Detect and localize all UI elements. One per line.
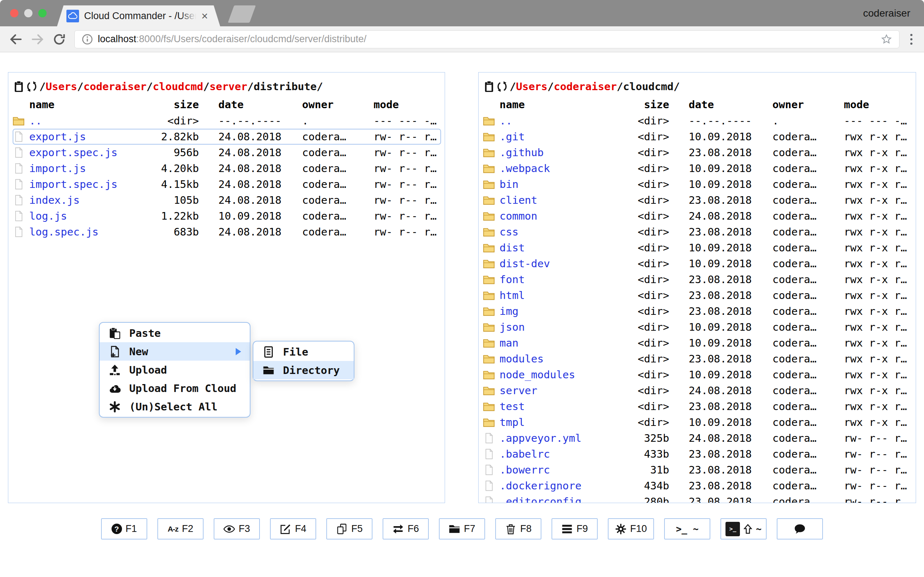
file-name-link[interactable]: export.spec.js — [29, 147, 137, 159]
menu-item-directory[interactable]: Directory — [254, 361, 354, 379]
file-row[interactable]: common<dir>24.08.2018codera…rwx r-x r… — [483, 208, 912, 224]
file-row[interactable]: client<dir>23.08.2018codera…rwx r-x r… — [483, 192, 912, 208]
file-name-link[interactable]: .editorconfig — [499, 495, 608, 503]
new-tab-button[interactable] — [228, 5, 255, 23]
file-row[interactable]: modules<dir>23.08.2018codera…rwx r-x r… — [483, 351, 912, 367]
url-text[interactable]: localhost:8000/fs/Users/coderaiser/cloud… — [98, 34, 876, 45]
file-row[interactable]: log.spec.js683b24.08.2018codera…rw- r-- … — [13, 224, 441, 240]
fkey-terminal-shift[interactable]: >_~ — [720, 518, 767, 540]
file-name-link[interactable]: .appveyor.yml — [499, 432, 608, 444]
path-segment-link[interactable]: Users — [516, 81, 547, 93]
menu-item-upload-from-cloud[interactable]: Upload From Cloud — [100, 379, 250, 397]
fkey-f2[interactable]: A-zF2 — [157, 518, 204, 540]
menu-item-paste[interactable]: Paste — [100, 324, 250, 342]
file-row[interactable]: bin<dir>10.09.2018codera…rwx r-x r… — [483, 176, 912, 192]
fkey-f8[interactable]: F8 — [495, 518, 541, 540]
address-bar[interactable]: localhost:8000/fs/Users/coderaiser/cloud… — [74, 30, 900, 48]
file-name-link[interactable]: test — [499, 400, 608, 413]
file-name-link[interactable]: import.spec.js — [29, 178, 137, 190]
fkey-f3[interactable]: F3 — [214, 518, 260, 540]
file-name-link[interactable]: server — [499, 384, 608, 397]
page-info-icon[interactable] — [82, 34, 93, 45]
file-name-link[interactable]: dist-dev — [499, 258, 608, 270]
file-row[interactable]: index.js105b24.08.2018codera…rw- r-- r… — [13, 192, 441, 208]
file-name-link[interactable]: img — [499, 305, 608, 318]
file-name-link[interactable]: css — [499, 226, 608, 238]
fkey-f9[interactable]: F9 — [551, 518, 598, 540]
column-header-size[interactable]: size — [137, 98, 199, 111]
file-row[interactable]: json<dir>10.09.2018codera…rwx r-x r… — [483, 319, 912, 335]
file-row[interactable]: .dockerignore434b23.08.2018codera…rw- r-… — [483, 478, 912, 494]
file-row[interactable]: man<dir>10.09.2018codera…rwx r-x r… — [483, 335, 912, 351]
file-name-link[interactable]: html — [499, 289, 608, 301]
file-name-link[interactable]: log.spec.js — [29, 226, 137, 238]
path-segment-link[interactable]: server — [209, 81, 247, 93]
file-row[interactable]: ..<dir>--.--.----.--- --- -… — [13, 113, 441, 129]
path-segment-link[interactable]: cloudcmd — [153, 81, 203, 93]
file-row[interactable]: server<dir>24.08.2018codera…rwx r-x r… — [483, 383, 912, 398]
menu-item-un-select-all[interactable]: (Un)Select All — [100, 397, 250, 416]
file-row[interactable]: test<dir>23.08.2018codera…rwx r-x r… — [483, 398, 912, 414]
fkey-f7[interactable]: F7 — [439, 518, 485, 540]
file-name-link[interactable]: modules — [499, 353, 608, 365]
path-segment-link[interactable]: coderaiser — [83, 81, 147, 93]
file-name-link[interactable]: .. — [29, 115, 137, 127]
file-row[interactable]: css<dir>23.08.2018codera…rwx r-x r… — [483, 224, 912, 240]
file-name-link[interactable]: log.js — [29, 210, 137, 222]
menu-item-file[interactable]: File — [254, 343, 354, 361]
fkey-f5[interactable]: F5 — [326, 518, 373, 540]
file-row[interactable]: export.js2.82kb24.08.2018codera…rw- r-- … — [13, 129, 441, 145]
menu-item-upload[interactable]: Upload — [100, 361, 250, 379]
column-header-owner[interactable]: owner — [772, 98, 830, 111]
file-row[interactable]: img<dir>23.08.2018codera…rwx r-x r… — [483, 303, 912, 319]
path-segment-link[interactable]: Users — [45, 81, 77, 93]
file-row[interactable]: .git<dir>10.09.2018codera…rwx r-x r… — [483, 129, 912, 145]
file-row[interactable]: .babelrc433b23.08.2018codera…rw- r-- r… — [483, 446, 912, 462]
menu-item-new[interactable]: New — [100, 342, 250, 361]
reload-icon[interactable] — [53, 33, 66, 46]
file-name-link[interactable]: tmpl — [499, 416, 608, 429]
file-row[interactable]: log.js1.22kb10.09.2018codera…rw- r-- r… — [13, 208, 441, 224]
file-row[interactable]: tmpl<dir>10.09.2018codera…rwx r-x r… — [483, 414, 912, 430]
file-row[interactable]: .webpack<dir>10.09.2018codera…rwx r-x r… — [483, 161, 912, 176]
file-name-link[interactable]: font — [499, 273, 608, 285]
file-row[interactable]: dist<dir>10.09.2018codera…rwx r-x r… — [483, 240, 912, 256]
file-row[interactable]: node_modules<dir>10.09.2018codera…rwx r-… — [483, 367, 912, 383]
file-row[interactable]: .editorconfig280b23.08.2018codera…rw- r-… — [483, 494, 912, 503]
tab-close-icon[interactable]: × — [201, 10, 208, 22]
file-name-link[interactable]: client — [499, 194, 608, 206]
fkey-f10[interactable]: F10 — [608, 518, 654, 540]
file-name-link[interactable]: common — [499, 210, 608, 222]
file-name-link[interactable]: .babelrc — [499, 448, 608, 460]
close-window-button[interactable] — [10, 9, 18, 17]
bookmark-star-icon[interactable] — [881, 34, 892, 45]
column-header-mode[interactable]: mode — [373, 98, 441, 111]
fkey-f1[interactable]: ?F1 — [101, 518, 147, 540]
file-name-link[interactable]: .bowerrc — [499, 464, 608, 476]
file-name-link[interactable]: bin — [499, 178, 608, 190]
fkey-f6[interactable]: F6 — [383, 518, 429, 540]
file-name-link[interactable]: dist — [499, 242, 608, 254]
file-row[interactable]: .appveyor.yml325b24.08.2018codera…rw- r-… — [483, 430, 912, 446]
file-row[interactable]: dist-dev<dir>10.09.2018codera…rwx r-x r… — [483, 256, 912, 272]
minimize-window-button[interactable] — [24, 9, 32, 17]
forward-icon[interactable] — [31, 33, 44, 46]
file-name-link[interactable]: export.js — [29, 131, 137, 143]
column-header-name[interactable]: name — [499, 98, 608, 111]
back-icon[interactable] — [10, 33, 23, 46]
file-name-link[interactable]: json — [499, 321, 608, 333]
file-row[interactable]: .bowerrc31b23.08.2018codera…rw- r-- r… — [483, 462, 912, 478]
file-name-link[interactable]: .dockerignore — [499, 480, 608, 492]
file-row[interactable]: export.spec.js956b24.08.2018codera…rw- r… — [13, 145, 441, 161]
file-name-link[interactable]: import.js — [29, 162, 137, 174]
zoom-window-button[interactable] — [38, 9, 47, 17]
fkey-f4[interactable]: F4 — [270, 518, 316, 540]
file-name-link[interactable]: .github — [499, 147, 608, 159]
file-row[interactable]: import.spec.js4.15kb24.08.2018codera…rw-… — [13, 176, 441, 192]
file-name-link[interactable]: node_modules — [499, 369, 608, 381]
file-name-link[interactable]: .webpack — [499, 162, 608, 174]
file-name-link[interactable]: .git — [499, 131, 608, 143]
column-header-name[interactable]: name — [29, 98, 137, 111]
column-header-size[interactable]: size — [608, 98, 669, 111]
column-header-owner[interactable]: owner — [302, 98, 360, 111]
